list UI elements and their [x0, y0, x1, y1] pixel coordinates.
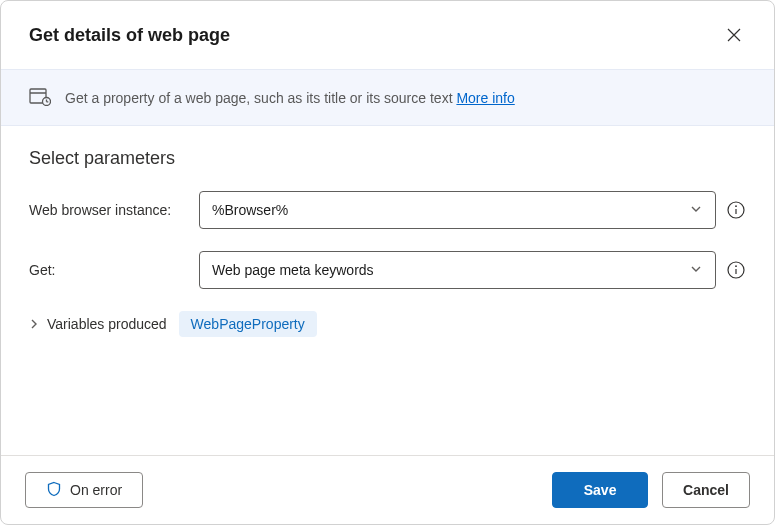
footer-actions: Save Cancel [552, 472, 750, 508]
banner-text-content: Get a property of a web page, such as it… [65, 90, 456, 106]
web-details-icon [29, 86, 51, 109]
close-icon [727, 28, 741, 42]
shield-icon [46, 481, 62, 500]
row-variables-produced: Variables produced WebPageProperty [29, 311, 746, 337]
info-icon-get[interactable] [726, 260, 746, 280]
dialog: Get details of web page Get a property o… [0, 0, 775, 525]
chevron-down-icon [689, 202, 703, 219]
on-error-label: On error [70, 482, 122, 498]
dropdown-browser-value: %Browser% [212, 202, 288, 218]
svg-point-7 [735, 205, 737, 207]
dropdown-get-value: Web page meta keywords [212, 262, 374, 278]
banner-text: Get a property of a web page, such as it… [65, 90, 515, 106]
label-get: Get: [29, 262, 189, 278]
save-button[interactable]: Save [552, 472, 648, 508]
dialog-header: Get details of web page [1, 1, 774, 69]
dropdown-get[interactable]: Web page meta keywords [199, 251, 716, 289]
info-banner: Get a property of a web page, such as it… [1, 69, 774, 126]
variables-produced-label: Variables produced [47, 316, 167, 332]
dropdown-browser-instance[interactable]: %Browser% [199, 191, 716, 229]
variable-chip-webpageproperty[interactable]: WebPageProperty [179, 311, 317, 337]
row-get: Get: Web page meta keywords [29, 251, 746, 289]
dialog-content: Select parameters Web browser instance: … [1, 126, 774, 455]
info-icon-browser[interactable] [726, 200, 746, 220]
svg-point-10 [735, 265, 737, 267]
cancel-button[interactable]: Cancel [662, 472, 750, 508]
more-info-link[interactable]: More info [456, 90, 514, 106]
variables-produced-expander[interactable]: Variables produced [29, 316, 167, 332]
label-browser-instance: Web browser instance: [29, 202, 189, 218]
chevron-right-icon [29, 316, 39, 332]
dialog-title: Get details of web page [29, 25, 230, 46]
chevron-down-icon [689, 262, 703, 279]
section-title: Select parameters [29, 148, 746, 169]
row-browser-instance: Web browser instance: %Browser% [29, 191, 746, 229]
on-error-button[interactable]: On error [25, 472, 143, 508]
dialog-footer: On error Save Cancel [1, 455, 774, 524]
close-button[interactable] [718, 19, 750, 51]
